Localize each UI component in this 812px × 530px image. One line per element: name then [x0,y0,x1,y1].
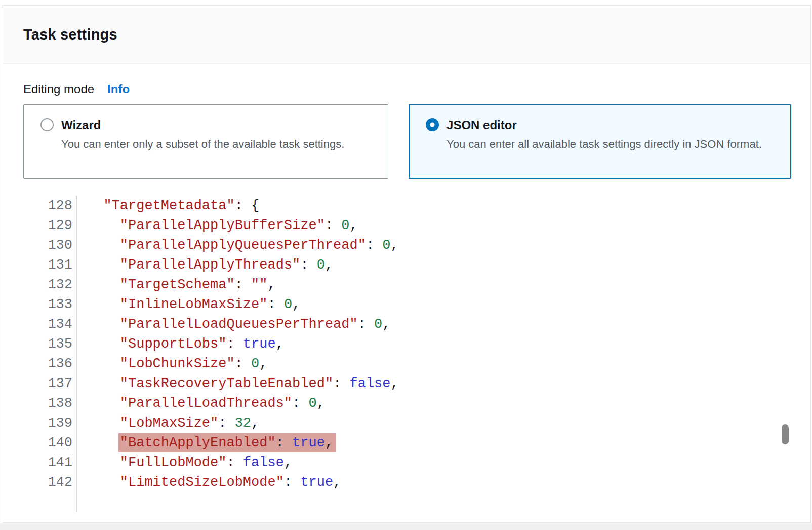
line-number: 128 [44,196,77,215]
token-string: "TargetSchema" [120,277,235,292]
token-boolean: false [350,376,391,391]
token-string: "ParallelApplyThreads" [120,257,300,273]
token-number: 0 [382,238,390,253]
line-number: 139 [44,413,77,433]
line-number: 140 [44,433,77,452]
line-number: 136 [44,354,77,373]
token-punct: , [292,297,300,312]
code-row: 131 "ParallelApplyThreads": 0, [44,255,791,275]
code-row: 136 "LobChunkSize": 0, [44,354,791,373]
radio-dot [430,123,435,127]
highlighted-code-text: "BatchApplyEnabled": true, [118,433,336,452]
code-line[interactable]: "ParallelApplyThreads": 0, [77,257,333,273]
line-number: 129 [44,215,77,235]
token-punct: : [267,297,283,312]
token-punct: , [325,257,333,273]
token-punct: , [276,336,284,352]
code-line[interactable]: "ParallelApplyBufferSize": 0, [77,218,358,233]
code-line[interactable]: "InlineLobMaxSize": 0, [77,297,300,312]
token-string: "ParallelLoadQueuesPerThread" [120,317,358,332]
token-punct: , [382,317,390,332]
code-row: 129 "ParallelApplyBufferSize": 0, [44,215,791,235]
code-row: 133 "InlineLobMaxSize": 0, [44,294,791,314]
editing-mode-row: Editing mode Info [23,81,791,98]
token-string: "SupportLobs" [120,336,227,352]
token-number: 0 [341,218,349,233]
token-boolean: false [243,455,284,470]
line-number-empty [44,492,77,512]
line-number: 134 [44,314,77,334]
token-punct: : { [235,198,260,213]
token-punct: : [235,277,251,292]
token-string: "TargetMetadata" [103,198,234,213]
token-punct: : [358,317,374,332]
token-string: "ParallelApplyBufferSize" [120,218,325,233]
code-line[interactable]: "ParallelApplyQueuesPerThread": 0, [77,238,399,253]
token-punct: , [325,435,333,450]
wizard-radio[interactable] [40,118,54,131]
token-punct: : [292,396,308,411]
line-number: 135 [44,334,77,354]
line-number: 141 [44,452,77,472]
code-row: 128 "TargetMetadata": { [44,196,791,215]
token-number: 0 [308,396,316,411]
token-punct: , [350,218,358,233]
scrollbar-thumb[interactable] [782,424,789,444]
token-punct: , [391,376,399,391]
json-editor-option-title: JSON editor [446,117,762,133]
code-line[interactable]: "LobMaxSize": 32, [77,415,259,431]
token-string: "BatchApplyEnabled" [120,435,276,450]
json-editor-radio[interactable] [426,118,439,131]
token-punct: : [218,415,234,431]
code-row: 134 "ParallelLoadQueuesPerThread": 0, [44,314,791,334]
token-number: 0 [251,356,259,371]
token-punct: : [284,475,300,490]
line-number: 142 [44,472,77,492]
token-punct: , [284,455,292,470]
wizard-option-tile[interactable]: Wizard You can enter only a subset of th… [23,104,388,179]
json-editor-option-tile[interactable]: JSON editor You can enter all available … [409,104,791,179]
token-punct: : [235,356,251,371]
code-line[interactable]: "TargetSchema": "", [77,277,276,292]
token-string: "" [251,277,267,292]
token-punct: , [259,356,267,371]
code-line[interactable]: "SupportLobs": true, [77,336,284,352]
token-punct: : [226,336,242,352]
token-number: 32 [235,415,251,431]
code-row: 132 "TargetSchema": "", [44,275,791,294]
line-number: 137 [44,373,77,393]
json-editor-option-text: JSON editor You can enter all available … [446,117,762,153]
info-link[interactable]: Info [107,81,130,98]
token-punct: : [226,455,242,470]
line-number: 133 [44,294,77,314]
token-string: "LobChunkSize" [120,356,235,371]
code-line[interactable]: "LimitedSizeLobMode": true, [77,475,341,490]
token-string: "FullLobMode" [120,455,227,470]
task-settings-panel: Task settings Editing mode Info Wizard Y… [2,5,811,523]
panel-body: Editing mode Info Wizard You can enter o… [2,81,810,512]
line-number: 130 [44,235,77,255]
token-string: "ParallelApplyQueuesPerThread" [120,238,366,253]
code-line[interactable]: "ParallelLoadThreads": 0, [77,396,325,411]
code-line[interactable]: "FullLobMode": false, [77,455,292,470]
code-line[interactable]: "TargetMetadata": { [77,198,259,213]
editing-mode-label: Editing mode [23,81,94,98]
code-line[interactable]: "BatchApplyEnabled": true, [77,435,336,450]
token-number: 0 [374,317,382,332]
token-punct: , [317,396,325,411]
token-string: "ParallelLoadThreads" [120,396,292,411]
code-line[interactable]: "ParallelLoadQueuesPerThread": 0, [77,317,391,332]
line-number: 131 [44,255,77,275]
token-punct: : [276,435,292,450]
code-line[interactable]: "LobChunkSize": 0, [77,356,267,371]
code-editor[interactable]: 128 "TargetMetadata": {129 "ParallelAppl… [44,196,791,512]
token-number: 0 [317,257,325,273]
token-punct: , [333,475,341,490]
code-line[interactable]: "TaskRecoveryTableEnabled": false, [77,376,399,391]
token-boolean: true [292,435,325,450]
token-string: "LobMaxSize" [120,415,218,431]
code-row-empty [44,492,791,512]
wizard-option-text: Wizard You can enter only a subset of th… [61,117,344,153]
token-punct: , [391,238,399,253]
wizard-option-title: Wizard [61,117,344,133]
